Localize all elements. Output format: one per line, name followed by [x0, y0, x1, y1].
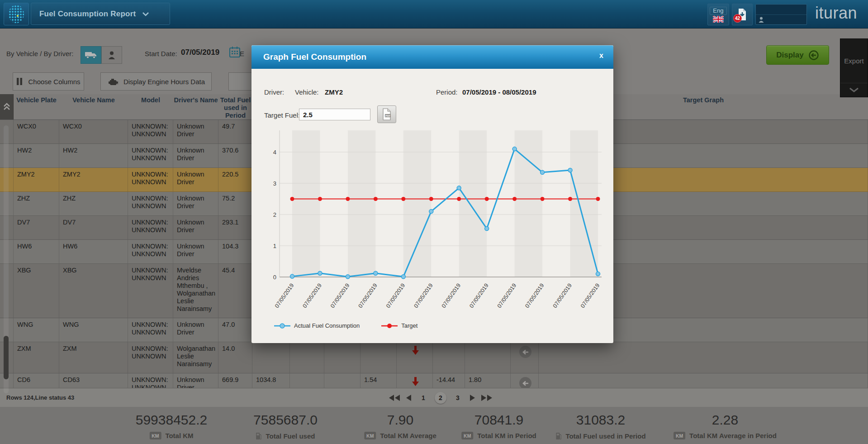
x-tick-label: 07/05/2019	[329, 282, 351, 309]
app-logo[interactable]	[4, 3, 29, 25]
target-point	[541, 197, 545, 201]
modal-title: Graph Fuel Consumption	[263, 45, 366, 69]
modal-close-button[interactable]: x	[599, 52, 603, 60]
y-tick-label: 2	[273, 211, 276, 218]
target-point	[401, 197, 405, 201]
target-point	[485, 197, 489, 201]
target-fuel-input[interactable]	[299, 109, 370, 120]
user-login-box[interactable]	[755, 4, 807, 25]
chart-band	[292, 130, 320, 277]
y-tick-label: 1	[273, 243, 276, 249]
chevron-down-icon	[142, 12, 149, 16]
legend-target-label: Target	[401, 322, 417, 329]
x-tick-label: 07/05/2019	[302, 282, 323, 309]
export-pdf-button[interactable]: PDF	[377, 105, 396, 123]
chart-band	[348, 130, 375, 277]
uk-flag-icon	[713, 16, 724, 23]
chart-band	[403, 130, 431, 277]
x-tick-label: 07/05/2019	[552, 282, 573, 309]
topbar-right-cluster: Eng 42 ituran	[707, 4, 862, 25]
legend-actual: Actual Fuel Consumption	[274, 322, 360, 329]
target-point	[374, 197, 378, 201]
language-label: Eng	[710, 7, 726, 15]
graph-fuel-consumption-modal: Graph Fuel Consumption x Driver: Vehicle…	[251, 45, 613, 343]
svg-text:PDF: PDF	[385, 115, 391, 117]
x-tick-label: 07/05/2019	[524, 282, 545, 309]
top-bar: Fuel Consumption Report Eng 42	[0, 0, 868, 29]
pdf-file-icon: PDF	[382, 108, 392, 120]
download-count-badge: 42	[733, 14, 742, 23]
legend-actual-label: Actual Fuel Consumption	[294, 322, 360, 329]
brand-logo: ituran	[810, 4, 862, 25]
x-tick-label: 07/05/2019	[441, 282, 462, 309]
actual-point[interactable]	[290, 274, 294, 278]
actual-point[interactable]	[512, 147, 517, 151]
logo-dots-icon	[9, 5, 24, 23]
x-tick-label: 07/05/2019	[357, 282, 378, 309]
x-tick-label: 07/05/2019	[496, 282, 517, 309]
actual-point[interactable]	[318, 271, 322, 275]
actual-point[interactable]	[346, 275, 350, 279]
target-point	[346, 197, 350, 201]
driver-label: Driver:	[264, 88, 284, 96]
download-reports-button[interactable]: 42	[732, 4, 753, 25]
legend-target-marker-icon	[381, 323, 398, 329]
y-tick-label: 4	[273, 149, 276, 156]
vehicle-value: ZMY2	[325, 88, 343, 96]
legend-actual-marker-icon	[274, 323, 290, 329]
actual-point[interactable]	[401, 275, 405, 279]
period-label: Period:	[436, 88, 458, 96]
target-point	[568, 197, 572, 201]
language-selector[interactable]: Eng	[707, 4, 729, 25]
actual-point[interactable]	[457, 186, 461, 190]
report-title: Fuel Consumption Report	[39, 10, 136, 19]
target-point	[512, 197, 517, 201]
modal-header[interactable]: Graph Fuel Consumption x	[251, 45, 613, 69]
user-icon	[759, 17, 764, 23]
target-fuel-label: Target Fuel:	[264, 111, 300, 119]
x-tick-label: 07/05/2019	[274, 282, 295, 309]
actual-point[interactable]	[596, 272, 600, 276]
chart-legend: Actual Fuel Consumption Target	[274, 322, 417, 329]
x-tick-label: 07/05/2019	[468, 282, 489, 309]
target-point	[457, 197, 461, 201]
user-field[interactable]	[756, 14, 806, 24]
actual-line	[292, 149, 598, 277]
y-tick-label: 0	[273, 274, 276, 281]
period-value: 07/05/2019 - 08/05/2019	[462, 88, 536, 96]
target-point	[596, 197, 600, 201]
target-point	[290, 197, 294, 201]
y-tick-label: 3	[273, 180, 276, 187]
actual-point[interactable]	[568, 168, 572, 172]
report-selector[interactable]: Fuel Consumption Report	[31, 3, 170, 25]
x-tick-label: 07/05/2019	[413, 282, 434, 309]
target-point	[429, 197, 433, 201]
actual-point[interactable]	[541, 170, 545, 174]
actual-point[interactable]	[485, 227, 489, 231]
chart-band	[459, 130, 487, 277]
actual-point[interactable]	[374, 271, 378, 275]
x-tick-label: 07/05/2019	[579, 282, 601, 309]
logo-accent-dot	[17, 15, 19, 17]
legend-target: Target	[381, 322, 417, 329]
x-tick-label: 07/05/2019	[385, 282, 406, 309]
target-point	[318, 197, 322, 201]
vehicle-label: Vehicle:	[295, 88, 319, 96]
fuel-consumption-chart: 0123407/05/201907/05/201907/05/201907/05…	[261, 128, 605, 322]
actual-point[interactable]	[429, 210, 433, 214]
chart-band	[570, 130, 598, 277]
